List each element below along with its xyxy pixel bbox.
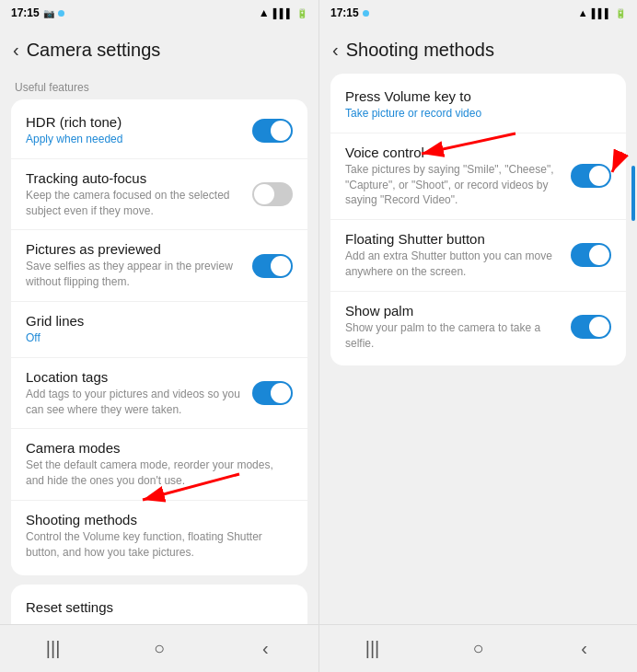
setting-pictures[interactable]: Pictures as previewed Save selfies as th…	[11, 229, 307, 301]
time-right: 17:15	[330, 6, 359, 19]
right-panel: 17:15 ▲ ▌▌▌ 🔋 ‹ Shooting methods Press V…	[318, 0, 637, 672]
tracking-title: Tracking auto-focus	[26, 170, 241, 186]
settings-card-left: HDR (rich tone) Apply when needed Tracki…	[11, 99, 307, 575]
hdr-title: HDR (rich tone)	[26, 114, 241, 130]
setting-location[interactable]: Location tags Add tags to your pictures …	[11, 357, 307, 429]
status-bar-left: 17:15 📷 ▲ ▌▌▌ 🔋	[0, 0, 318, 26]
setting-camera-modes[interactable]: Camera modes Set the default camera mode…	[11, 428, 307, 500]
status-dot-right	[363, 10, 369, 17]
voice-control-subtitle: Take pictures by saying "Smile", "Cheese…	[345, 162, 560, 208]
left-panel: 17:15 📷 ▲ ▌▌▌ 🔋 ‹ Camera settings Useful…	[0, 0, 318, 672]
section-label: Useful features	[11, 74, 307, 99]
location-toggle[interactable]	[252, 381, 293, 405]
reset-title: Reset settings	[26, 599, 282, 615]
back-button-left[interactable]: ‹	[13, 40, 19, 61]
gridlines-title: Grid lines	[26, 313, 282, 329]
wifi-icon-right: ▲	[578, 7, 588, 18]
location-title: Location tags	[26, 369, 241, 385]
right-content: Press Volume key to Take picture or reco…	[319, 74, 637, 624]
setting-tracking[interactable]: Tracking auto-focus Keep the camera focu…	[11, 158, 307, 230]
status-dot-left	[58, 10, 64, 17]
battery-icon-right: 🔋	[615, 8, 626, 18]
hdr-subtitle: Apply when needed	[26, 132, 241, 147]
setting-shooting-methods[interactable]: Shooting methods Control the Volume key …	[11, 500, 307, 572]
volume-key-subtitle: Take picture or record video	[345, 106, 600, 122]
setting-reset[interactable]: Reset settings	[11, 588, 307, 624]
location-subtitle: Add tags to your pictures and videos so …	[26, 387, 241, 418]
tracking-subtitle: Keep the camera focused on the selected …	[26, 188, 241, 219]
wifi-icon-left: ▲	[259, 6, 270, 19]
page-title-right: Shooting methods	[346, 40, 494, 61]
nav-back-right[interactable]: ‹	[562, 638, 608, 659]
gridlines-subtitle: Off	[26, 330, 282, 346]
setting-gridlines[interactable]: Grid lines Off	[11, 301, 307, 357]
signal-icon-left: ▌▌▌	[273, 8, 293, 18]
pictures-subtitle: Save selfies as they appear in the previ…	[26, 259, 241, 290]
settings-card-bottom: Reset settings Contact us	[11, 585, 307, 624]
battery-icon-left: 🔋	[296, 8, 307, 18]
nav-menu-left[interactable]: |||	[30, 638, 76, 659]
nav-menu-right[interactable]: |||	[350, 638, 396, 659]
nav-back-left[interactable]: ‹	[242, 638, 288, 659]
setting-voice-control[interactable]: Voice control Take pictures by saying "S…	[330, 133, 626, 219]
back-button-right[interactable]: ‹	[332, 40, 339, 61]
floating-shutter-toggle[interactable]	[571, 243, 611, 267]
shooting-methods-subtitle: Control the Volume key function, floatin…	[26, 529, 282, 561]
shooting-methods-title: Shooting methods	[26, 512, 282, 527]
show-palm-title: Show palm	[345, 303, 560, 319]
show-palm-subtitle: Show your palm to the camera to take a s…	[345, 320, 560, 352]
setting-show-palm[interactable]: Show palm Show your palm to the camera t…	[330, 291, 626, 363]
bottom-nav-left: ||| ○ ‹	[0, 624, 318, 672]
tracking-toggle[interactable]	[252, 182, 293, 206]
time-left: 17:15	[11, 6, 40, 19]
hdr-toggle[interactable]	[252, 119, 293, 143]
scrollbar-indicator	[631, 166, 635, 221]
setting-floating-shutter[interactable]: Floating Shutter button Add an extra Shu…	[330, 219, 626, 291]
status-bar-right: 17:15 ▲ ▌▌▌ 🔋	[319, 0, 637, 26]
pictures-toggle[interactable]	[252, 254, 293, 278]
signal-icon-right: ▌▌▌	[592, 8, 611, 18]
settings-card-right: Press Volume key to Take picture or reco…	[330, 74, 626, 365]
page-title-left: Camera settings	[27, 40, 161, 61]
camera-modes-title: Camera modes	[26, 440, 282, 456]
nav-home-right[interactable]: ○	[456, 638, 502, 659]
nav-home-left[interactable]: ○	[136, 638, 182, 659]
left-content: Useful features HDR (rich tone) Apply wh…	[0, 74, 318, 624]
show-palm-toggle[interactable]	[571, 315, 611, 339]
setting-volume-key[interactable]: Press Volume key to Take picture or reco…	[330, 77, 626, 133]
camera-modes-subtitle: Set the default camera mode, reorder you…	[26, 458, 282, 489]
voice-control-title: Voice control	[345, 145, 560, 160]
header-right: ‹ Shooting methods	[319, 26, 637, 74]
header-left: ‹ Camera settings	[0, 26, 318, 74]
setting-hdr[interactable]: HDR (rich tone) Apply when needed	[11, 103, 307, 158]
bottom-nav-right: ||| ○ ‹	[319, 624, 637, 672]
pictures-title: Pictures as previewed	[26, 241, 241, 257]
volume-key-title: Press Volume key to	[345, 88, 600, 104]
floating-shutter-title: Floating Shutter button	[345, 231, 560, 247]
floating-shutter-subtitle: Add an extra Shutter button you can move…	[345, 249, 560, 280]
voice-control-toggle[interactable]	[571, 164, 611, 188]
